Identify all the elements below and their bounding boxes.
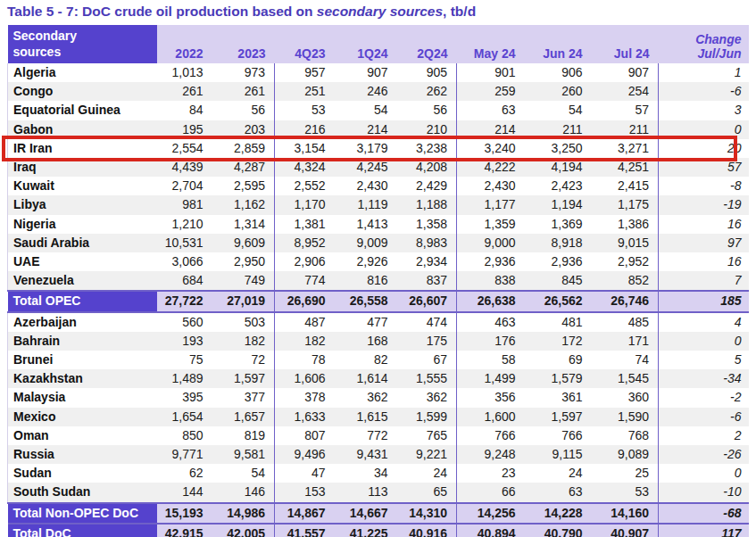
table-title: Table 5 - 7: DoC crude oil production ba… (7, 4, 756, 20)
change-header-line1: Change (659, 32, 742, 46)
value-cell: 766 (525, 426, 592, 445)
value-cell: 78 (275, 351, 335, 369)
value-cell: 14,310 (397, 503, 457, 524)
value-cell: 246 (335, 82, 397, 101)
value-cell: 850 (157, 426, 212, 445)
value-cell: 3,271 (592, 139, 659, 158)
value-cell: 26,690 (275, 291, 335, 311)
change-cell: 16 (659, 252, 749, 271)
row-label: Azerbaijan (8, 312, 157, 332)
value-cell: 1,633 (275, 408, 335, 426)
country-row-kazakhstan: Kazakhstan1,4891,5971,6061,6141,5551,499… (8, 369, 749, 388)
value-cell: 54 (212, 464, 275, 483)
value-cell: 838 (457, 271, 525, 291)
value-cell: 765 (397, 426, 457, 445)
value-cell: 56 (397, 101, 457, 120)
value-cell: 362 (397, 388, 457, 407)
value-cell: 1,188 (397, 195, 457, 214)
value-cell: 1,489 (157, 369, 212, 388)
value-cell: 261 (212, 82, 275, 101)
change-cell: -8 (659, 177, 749, 195)
value-cell: 906 (525, 63, 592, 82)
value-cell: 477 (335, 312, 397, 332)
value-cell: 905 (397, 63, 457, 82)
value-cell: 487 (275, 312, 335, 332)
change-cell: -10 (659, 483, 749, 502)
value-cell: 171 (592, 332, 659, 351)
value-cell: 75 (157, 351, 212, 369)
change-cell: 5 (659, 351, 749, 369)
value-cell: 210 (397, 120, 457, 139)
value-cell: 47 (275, 464, 335, 483)
change-cell: 16 (659, 215, 749, 234)
column-header-2023: 2023 (212, 25, 275, 63)
value-cell: 24 (525, 464, 592, 483)
value-cell: 9,496 (275, 445, 335, 464)
value-cell: 182 (275, 332, 335, 351)
value-cell: 53 (592, 483, 659, 502)
value-cell: 9,221 (397, 445, 457, 464)
change-header-line2: Jul/Jun (659, 46, 742, 61)
change-cell: 97 (659, 234, 749, 252)
corner-header-line1: Secondary (13, 28, 157, 44)
value-cell: 84 (157, 101, 212, 120)
value-cell: 981 (157, 195, 212, 214)
row-label: Equatorial Guinea (8, 101, 157, 120)
value-cell: 2,429 (397, 177, 457, 195)
value-cell: 684 (157, 271, 212, 291)
value-cell: 852 (592, 271, 659, 291)
change-cell: 57 (659, 158, 749, 177)
value-cell: 463 (457, 312, 525, 332)
value-cell: 1,499 (457, 369, 525, 388)
value-cell: 845 (525, 271, 592, 291)
value-cell: 41,557 (275, 524, 335, 537)
value-cell: 9,581 (212, 445, 275, 464)
value-cell: 768 (592, 426, 659, 445)
value-cell: 2,415 (592, 177, 659, 195)
value-cell: 144 (157, 483, 212, 502)
value-cell: 1,358 (397, 215, 457, 234)
value-cell: 4,439 (157, 158, 212, 177)
change-cell: -19 (659, 195, 749, 214)
country-row-saudi-arabia: Saudi Arabia10,5319,6098,9529,0098,9839,… (8, 234, 749, 252)
value-cell: 9,009 (335, 234, 397, 252)
value-cell: 1,177 (457, 195, 525, 214)
value-cell: 816 (335, 271, 397, 291)
value-cell: 1,314 (212, 215, 275, 234)
change-cell: -34 (659, 369, 749, 388)
value-cell: 14,160 (592, 503, 659, 524)
value-cell: 26,746 (592, 291, 659, 311)
change-cell: -6 (659, 82, 749, 101)
value-cell: 1,555 (397, 369, 457, 388)
value-cell: 27,722 (157, 291, 212, 311)
value-cell: 65 (397, 483, 457, 502)
row-label: Sudan (8, 464, 157, 483)
column-header-secondary-sources: Secondary sources (8, 25, 157, 63)
row-label: Brunei (8, 351, 157, 369)
row-label: UAE (8, 252, 157, 271)
value-cell: 172 (525, 332, 592, 351)
value-cell: 2,936 (457, 252, 525, 271)
value-cell: 1,359 (457, 215, 525, 234)
value-cell: 481 (525, 312, 592, 332)
value-cell: 57 (592, 101, 659, 120)
value-cell: 211 (525, 120, 592, 139)
country-row-equatorial-guinea: Equatorial Guinea84565354566354573 (8, 101, 749, 120)
value-cell: 41,225 (335, 524, 397, 537)
column-header-4q23: 4Q23 (275, 25, 335, 63)
value-cell: 9,771 (157, 445, 212, 464)
change-cell: 1 (659, 63, 749, 82)
value-cell: 9,431 (335, 445, 397, 464)
value-cell: 9,115 (525, 445, 592, 464)
country-row-bahrain: Bahrain1931821821681751761721710 (8, 332, 749, 351)
column-header-jul24: Jul 24 (592, 25, 659, 63)
value-cell: 1,194 (525, 195, 592, 214)
value-cell: 395 (157, 388, 212, 407)
value-cell: 1,175 (592, 195, 659, 214)
value-cell: 62 (157, 464, 212, 483)
value-cell: 203 (212, 120, 275, 139)
change-cell: -68 (659, 503, 749, 524)
value-cell: 54 (335, 101, 397, 120)
value-cell: 3,179 (335, 139, 397, 158)
value-cell: 9,089 (592, 445, 659, 464)
